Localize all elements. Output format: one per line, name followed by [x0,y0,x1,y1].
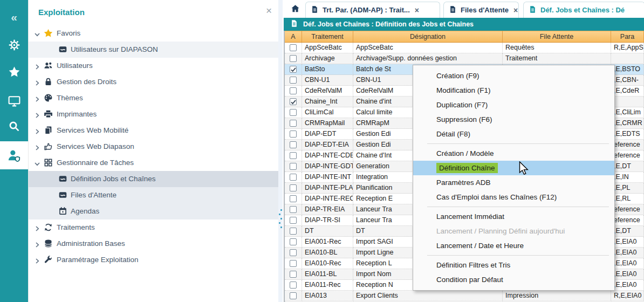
table-cell[interactable]: DIAP-INTE-INT [302,172,353,183]
table-cell[interactable]: eference [611,150,644,161]
table-cell[interactable]: Requêtes [503,43,611,53]
sidebar-item-th-mes[interactable]: Thèmes [29,90,278,106]
checkbox[interactable] [290,163,297,170]
table-cell[interactable]: R,E,AppS [611,43,644,53]
table-cell[interactable]: ,E,EIA0 [611,258,644,269]
chevron-right-icon[interactable] [34,224,40,231]
table-cell[interactable]: CBN-U1 [302,75,353,86]
table-cell[interactable]: ,E,DT [611,226,644,237]
chevron-right-icon[interactable] [34,241,40,247]
checkbox[interactable] [290,87,297,94]
table-cell[interactable]: ,E,CdeR [611,86,644,97]
table-cell[interactable]: ,E,RL [611,194,644,204]
column-header-d-signation[interactable]: Désignation [353,31,503,43]
menu-item-lancement-imm-diat[interactable]: Lancement Immédiat [413,209,614,224]
row-select-cell[interactable] [285,118,302,129]
row-select-cell[interactable] [285,183,302,194]
table-cell[interactable]: Traitement [503,53,611,64]
table-cell[interactable]: Impression [503,291,611,301]
table-cell[interactable]: DIAP-EDT-EIA [302,140,353,150]
menu-item-suppression-f6-[interactable]: Suppression (F6) [413,112,614,127]
table-cell[interactable]: AppSceBatc [302,43,353,53]
table-cell[interactable]: eference [611,140,644,150]
menu-item-cr-ation-mod-le[interactable]: Création / Modèle [413,146,614,161]
table-cell[interactable]: ,E,DT [611,161,644,172]
table-cell[interactable]: CliLimCal [302,107,353,118]
row-select-cell[interactable] [285,280,302,291]
menu-item-param-tres-adb[interactable]: Paramètres ADB [413,175,614,190]
sidebar-item-agendas[interactable]: Agendas [29,203,278,219]
chevron-right-icon[interactable] [34,111,40,118]
sidebar-item-gestion-des-droits[interactable]: Gestion des Droits [29,74,278,90]
menu-item-cas-d-emploi-dans-les-cha-nes-f12-[interactable]: Cas d'Emploi dans les Chaînes (F12) [413,190,614,204]
chevron-right-icon[interactable] [34,95,40,101]
table-cell[interactable]: EIA013 [302,291,353,301]
checkbox[interactable] [290,77,297,84]
table-cell[interactable]: ,E,CliLim [611,107,644,118]
checkbox[interactable] [290,55,297,62]
menu-item-d-tail-f8-[interactable]: Détail (F8) [413,127,614,141]
menu-item-condition-par-d-faut[interactable]: Condition par Défaut [413,272,614,287]
search-icon[interactable] [0,114,28,139]
checkbox-checked[interactable] [290,66,297,73]
column-header-a[interactable]: A [285,31,302,43]
sidebar-item-utilisateurs-sur-diapason[interactable]: Utilisateurs sur DIAPASON [29,42,278,58]
row-select-cell[interactable] [285,172,302,183]
chevron-right-icon[interactable] [34,63,40,69]
row-select-cell[interactable] [285,86,302,97]
column-header-file-attente[interactable]: File Attente [503,31,611,43]
close-icon[interactable]: × [266,5,272,16]
workstation-icon[interactable] [0,88,28,113]
checkbox[interactable] [290,292,297,299]
row-select-cell[interactable] [285,64,302,75]
checkbox[interactable] [290,238,297,245]
table-cell[interactable]: ,E,IN [611,172,644,183]
checkbox[interactable] [290,260,297,267]
menu-item-lancement-date-et-heure[interactable]: Lancement / Date et Heure [413,238,614,253]
checkbox[interactable] [290,131,297,138]
table-cell[interactable]: EIA010-BL [302,248,353,258]
checkbox[interactable] [290,195,297,202]
table-cell[interactable]: ,E,EIA0 [611,269,644,280]
chevron-right-icon[interactable] [34,143,40,150]
row-select-cell[interactable] [285,43,302,53]
menu-item-d-finition-cha-ne[interactable]: Définition Chaîne [413,161,614,175]
table-cell[interactable]: eference [611,215,644,226]
row-select-cell[interactable] [285,107,302,118]
sidebar-item-imprimantes[interactable]: Imprimantes [29,106,278,122]
menu-item-d-finition-filtres-et-tris[interactable]: Définition Filtres et Tris [413,258,614,272]
table-cell[interactable] [611,53,644,64]
table-cell[interactable]: Archivage/Supp. données gestion [353,53,503,64]
sidebar-item-param-trage-exploitation[interactable]: Paramétrage Exploitation [29,252,278,268]
sidebar-item-services-web-mobilit-[interactable]: Services Web Mobilité [29,122,278,139]
checkbox[interactable] [290,282,297,289]
table-cell[interactable]: Chaine_Int [302,97,353,107]
tab-d-f-jobs-et-cha-nes-d-[interactable]: Déf. Jobs et Chaînes : Dé [523,2,644,18]
table-cell[interactable]: DIAP-TR-EIA [302,204,353,215]
sidebar-item-utilisateurs[interactable]: Utilisateurs [29,58,278,74]
table-cell[interactable] [611,97,644,107]
row-select-cell[interactable] [285,75,302,86]
row-select-cell[interactable] [285,204,302,215]
home-tab[interactable] [290,4,302,15]
menu-item-modification-f1-[interactable]: Modification (F1) [413,83,614,98]
sidebar-item-gestionnaire-de-t-ches[interactable]: Gestionnaire de Tâches [29,155,278,171]
table-cell[interactable]: CdeRelValM [302,86,353,97]
column-header-traitement[interactable]: Traitement [302,31,353,43]
checkbox-checked[interactable] [290,98,297,105]
table-cell[interactable]: ,E,CRMR [611,118,644,129]
table-cell[interactable]: R,E,EIA0 [611,291,644,301]
sidebar-item-traitements[interactable]: Traitements [29,219,278,236]
table-cell[interactable]: ,E,EIA0 [611,248,644,258]
column-header-para[interactable]: Para [611,31,644,43]
tab-files-d-attente[interactable]: Files d'Attente× [443,2,519,18]
table-cell[interactable]: Archivage [302,53,353,64]
table-cell[interactable]: EIA001-Rec [302,237,353,248]
table-cell[interactable]: ,E,CBN- [611,75,644,86]
row-select-cell[interactable] [285,226,302,237]
table-cell[interactable]: BatSto [302,64,353,75]
user-security-icon[interactable] [0,141,28,169]
row-select-cell[interactable] [285,215,302,226]
checkbox[interactable] [290,44,297,51]
panel-splitter[interactable] [278,0,283,302]
